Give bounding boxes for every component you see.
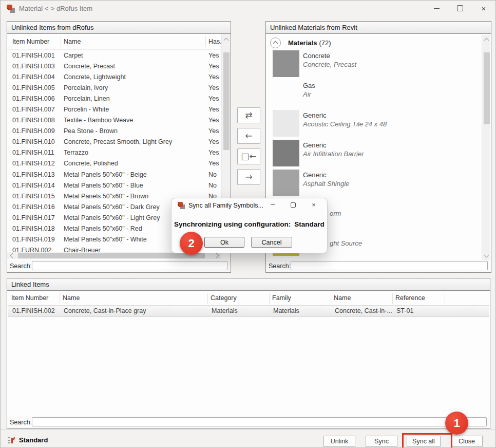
dialog-message: Synchronizing using configuration:Standa…	[171, 220, 327, 228]
material-drofus-window: Material <-> dRofus Item × Unlinked Item…	[0, 0, 496, 448]
material-name: Concrete	[303, 52, 330, 60]
table-header: Item Number Name Category Family Name Re…	[7, 291, 490, 306]
group-label: Materials	[288, 39, 317, 47]
drofus-item-row[interactable]: 01.FINISH.012Concrete, PolishedYes	[7, 158, 221, 169]
column-header-name[interactable]: Name	[64, 38, 81, 45]
cell: Yes	[208, 115, 219, 126]
cell: 01.FINISH.004	[12, 72, 55, 83]
cell: 01.FINISH.013	[12, 170, 55, 180]
maximize-button[interactable]	[283, 198, 303, 211]
title-bar: Material <-> dRofus Item ×	[1, 1, 495, 17]
material-item[interactable]: GasAir	[266, 80, 482, 110]
message-value: Standard	[294, 220, 325, 228]
search-input[interactable]	[32, 417, 487, 426]
cell: Yes	[208, 126, 219, 137]
cell: Concrete, Precast	[64, 61, 115, 72]
scroll-left-icon[interactable]	[8, 251, 16, 259]
cell: Metal Panels 50"x60" - Blue	[64, 180, 143, 191]
dialog-controls: ×	[262, 198, 324, 211]
drofus-item-row[interactable]: 01.FINISH.004Concrete, LightweightYes	[7, 72, 221, 83]
arrow-left-icon: ←	[245, 132, 252, 140]
drofus-item-row[interactable]: 01.FINISH.011TerrazzoYes	[7, 147, 221, 158]
drofus-item-row[interactable]: 01.FINISH.003Concrete, PrecastYes	[7, 61, 221, 72]
cell: Yes	[208, 158, 219, 169]
scroll-down-icon[interactable]	[482, 251, 490, 259]
scrollbar-thumb[interactable]	[223, 52, 230, 150]
materials-group-header[interactable]: Materials (72)	[270, 37, 331, 48]
material-subtitle: Concrete, Precast	[303, 61, 356, 68]
drofus-item-row[interactable]: 01.FINISH.013Metal Panels 50"x60" - Beig…	[7, 170, 221, 180]
cell: 01.FURN.002	[12, 245, 51, 252]
vertical-scrollbar[interactable]	[482, 35, 490, 260]
close-button[interactable]: ×	[303, 198, 324, 211]
material-item[interactable]: GenericAir Infiltration Barrier	[266, 140, 482, 170]
column-header-reference[interactable]: Reference	[395, 294, 425, 302]
linked-item-row[interactable]: 01.FINISH.002Concrete, Cast-in-Place gra…	[8, 305, 489, 317]
close-button[interactable]: ×	[472, 1, 495, 16]
search-input[interactable]	[291, 261, 488, 270]
ok-button[interactable]: Ok	[204, 237, 244, 248]
cell: Metal Panels 50"x60" - Brown	[64, 191, 148, 202]
cell: 01.FINISH.001	[12, 50, 55, 61]
cell: Porcelin - White	[64, 104, 109, 115]
cell: No	[208, 180, 217, 191]
message-label: Synchronizing using configuration:	[174, 220, 291, 228]
close-button[interactable]: Close	[451, 436, 483, 447]
cell: Pea Stone - Brown	[64, 126, 118, 137]
dialog-title: Sync all Family Symbols...	[188, 202, 263, 209]
drofus-item-row[interactable]: 01.FINISH.001CarpetYes	[7, 50, 221, 61]
cell: Concrete, Precast Smooth, Light Grey	[64, 137, 172, 147]
search-input[interactable]	[32, 261, 227, 270]
maximize-button[interactable]	[448, 1, 472, 16]
material-subtitle: Air Infiltration Barrier	[303, 150, 364, 158]
drofus-item-row[interactable]: 01.FINISH.007Porcelin - WhiteYes	[7, 104, 221, 115]
minimize-button[interactable]	[425, 1, 448, 16]
link-both-button[interactable]: ⇄	[237, 107, 260, 123]
cancel-button[interactable]: Cancel	[251, 237, 292, 248]
dialog-title-bar: Sync all Family Symbols... ×	[171, 198, 327, 212]
cell: Concrete, Lightweight	[64, 72, 126, 83]
annotation-highlight-box	[402, 433, 452, 448]
material-item[interactable]: GenericAsphalt Shingle	[266, 170, 482, 199]
cell: Porcelain, Linen	[64, 94, 110, 104]
link-left-new-button[interactable]: □←	[237, 148, 260, 164]
minimize-button[interactable]	[262, 198, 283, 211]
column-header-name2[interactable]: Name	[334, 294, 351, 302]
material-item[interactable]: ConcreteConcrete, Precast	[266, 50, 482, 80]
unlink-button[interactable]: Unlink	[323, 436, 355, 447]
cell: 01.FINISH.006	[12, 94, 55, 104]
column-header-has[interactable]: Has.	[208, 38, 222, 45]
arrow-right-icon: →	[245, 173, 252, 181]
column-header-item-number[interactable]: Item Number	[12, 38, 49, 45]
drofus-item-row[interactable]: 01.FINISH.009Pea Stone - BrownYes	[7, 126, 221, 137]
column-header-family[interactable]: Family	[272, 294, 291, 302]
square-arrow-left-icon: □←	[241, 152, 256, 161]
scrollbar-thumb[interactable]	[484, 52, 490, 124]
scrollbar-thumb[interactable]	[18, 253, 205, 258]
drofus-item-row[interactable]: 01.FINISH.014Metal Panels 50"x60" - Blue…	[7, 180, 221, 191]
cell: Materials	[273, 306, 299, 316]
cell: Metal Panels 50"x60" - White	[64, 234, 147, 245]
drofus-item-row[interactable]: 01.FINISH.006Porcelain, LinenYes	[7, 94, 221, 104]
drofus-item-row[interactable]: 01.FINISH.008Textile - Bamboo WeaveYes	[7, 115, 221, 126]
cell: Yes	[208, 61, 219, 72]
sync-button[interactable]: Sync	[366, 436, 397, 447]
material-swatch	[273, 140, 299, 166]
collapse-chevron-icon[interactable]	[270, 38, 281, 48]
column-header-item-number[interactable]: Item Number	[11, 294, 48, 302]
cell: Metal Panels 50"x60" - Light Grey	[64, 213, 160, 223]
link-right-button[interactable]: →	[237, 169, 260, 185]
material-item[interactable]: GenericAcoustic Ceiling Tile 24 x 48	[266, 110, 482, 140]
material-name: Generic	[303, 171, 327, 179]
scroll-up-icon[interactable]	[482, 36, 490, 44]
scroll-up-icon[interactable]	[222, 36, 230, 44]
link-left-button[interactable]: ←	[237, 128, 260, 144]
drofus-item-row[interactable]: 01.FINISH.005Porcelain, IvoryYes	[7, 83, 221, 94]
cell: 01.FINISH.005	[12, 83, 55, 94]
cell: 01.FINISH.008	[12, 115, 55, 126]
cell: 01.FINISH.009	[12, 126, 55, 137]
drofus-item-row[interactable]: 01.FINISH.010Concrete, Precast Smooth, L…	[7, 137, 221, 147]
column-header-category[interactable]: Category	[211, 294, 237, 302]
column-header-name[interactable]: Name	[63, 294, 80, 302]
minimize-icon	[271, 204, 275, 205]
